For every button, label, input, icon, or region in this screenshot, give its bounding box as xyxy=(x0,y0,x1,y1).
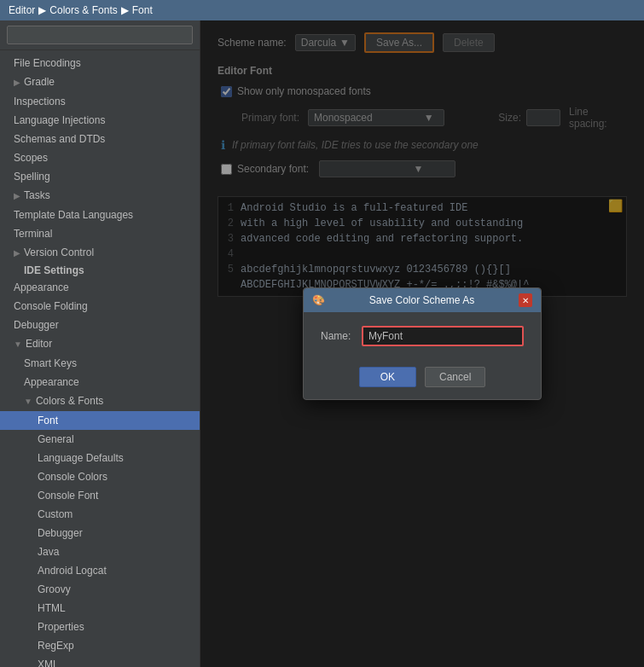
search-box xyxy=(0,20,200,50)
sidebar-item-schemas-dtds[interactable]: Schemas and DTDs xyxy=(0,130,200,148)
sidebar-item-version-control[interactable]: ▶Version Control xyxy=(0,243,200,263)
sidebar: File Encodings ▶Gradle Inspections Langu… xyxy=(0,20,200,667)
sidebar-item-groovy[interactable]: Groovy xyxy=(0,580,200,599)
sidebar-item-java[interactable]: Java xyxy=(0,542,200,561)
breadcrumb-current: Font xyxy=(132,4,153,16)
breadcrumb-editor: Editor xyxy=(9,4,35,16)
sidebar-item-file-encodings[interactable]: File Encodings xyxy=(0,54,200,72)
breadcrumb-arrow2: ▶ xyxy=(121,4,129,16)
sidebar-item-language-injections[interactable]: Language Injections xyxy=(0,111,200,130)
modal-title: Save Color Scheme As xyxy=(369,294,474,306)
sidebar-item-scopes[interactable]: Scopes xyxy=(0,148,200,167)
breadcrumb-arrow1: ▶ xyxy=(38,4,46,16)
sidebar-item-smart-keys[interactable]: Smart Keys xyxy=(0,354,200,373)
sidebar-item-inspections[interactable]: Inspections xyxy=(0,92,200,111)
sidebar-item-properties[interactable]: Properties xyxy=(0,618,200,636)
modal-cancel-button[interactable]: Cancel xyxy=(425,367,485,387)
modal-overlay: 🎨 Save Color Scheme As ✕ Name: OK Cancel xyxy=(200,20,644,667)
main-layout: File Encodings ▶Gradle Inspections Langu… xyxy=(0,20,644,667)
sidebar-item-custom[interactable]: Custom xyxy=(0,505,200,524)
sidebar-item-console-folding[interactable]: Console Folding xyxy=(0,297,200,316)
sidebar-item-general[interactable]: General xyxy=(0,430,200,449)
modal-ok-button[interactable]: OK xyxy=(359,367,416,387)
sidebar-item-console-font[interactable]: Console Font xyxy=(0,486,200,505)
sidebar-item-html[interactable]: HTML xyxy=(0,599,200,618)
sidebar-item-template-data-languages[interactable]: Template Data Languages xyxy=(0,206,200,224)
sidebar-item-editor[interactable]: ▼Editor xyxy=(0,334,200,354)
close-icon: ✕ xyxy=(522,296,529,305)
modal-title-bar: 🎨 Save Color Scheme As ✕ xyxy=(304,288,541,312)
sidebar-item-android-logcat[interactable]: Android Logcat xyxy=(0,561,200,580)
sidebar-item-regexp[interactable]: RegExp xyxy=(0,636,200,655)
search-input[interactable] xyxy=(7,26,193,44)
modal-icon: 🎨 xyxy=(312,294,325,306)
sidebar-item-debugger[interactable]: Debugger xyxy=(0,316,200,334)
modal-name-input[interactable] xyxy=(362,326,524,346)
sidebar-item-font[interactable]: Font xyxy=(0,411,200,430)
tree-container: File Encodings ▶Gradle Inspections Langu… xyxy=(0,50,200,667)
modal-name-row: Name: xyxy=(321,326,524,346)
sidebar-item-appearance[interactable]: Appearance xyxy=(0,278,200,297)
breadcrumb-colors-fonts: Colors & Fonts xyxy=(49,4,117,16)
modal-close-button[interactable]: ✕ xyxy=(519,293,532,307)
sidebar-item-colors-fonts[interactable]: ▼Colors & Fonts xyxy=(0,392,200,411)
save-scheme-dialog: 🎨 Save Color Scheme As ✕ Name: OK Cancel xyxy=(303,287,542,400)
sidebar-item-tasks[interactable]: ▶Tasks xyxy=(0,186,200,206)
modal-body: Name: xyxy=(304,312,541,360)
sidebar-item-language-defaults[interactable]: Language Defaults xyxy=(0,449,200,467)
sidebar-item-console-colors[interactable]: Console Colors xyxy=(0,467,200,486)
sidebar-item-terminal[interactable]: Terminal xyxy=(0,224,200,243)
sidebar-item-debugger-2[interactable]: Debugger xyxy=(0,524,200,542)
title-bar: Editor ▶ Colors & Fonts ▶ Font xyxy=(0,0,644,20)
sidebar-item-xml[interactable]: XML xyxy=(0,655,200,667)
modal-name-label: Name: xyxy=(321,330,355,342)
modal-buttons: OK Cancel xyxy=(304,360,541,399)
sidebar-item-spelling[interactable]: Spelling xyxy=(0,167,200,186)
sidebar-item-gradle[interactable]: ▶Gradle xyxy=(0,72,200,92)
ide-settings-header: IDE Settings xyxy=(0,263,200,278)
sidebar-item-appearance-2[interactable]: Appearance xyxy=(0,373,200,392)
content-panel: Scheme name: Darcula ▼ Save As... Delete… xyxy=(200,20,644,667)
